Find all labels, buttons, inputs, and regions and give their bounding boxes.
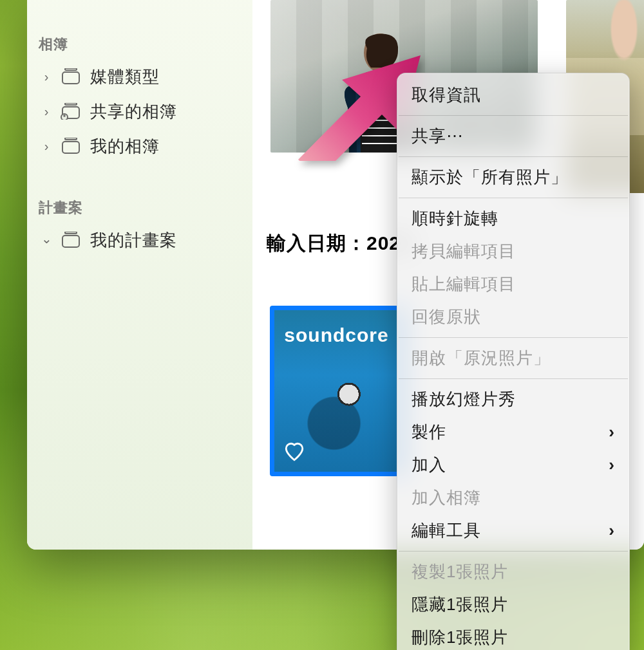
- menu-separator: [399, 337, 628, 338]
- sidebar-item-media-types[interactable]: › 媒體類型: [39, 59, 241, 94]
- sidebar-item-my-albums[interactable]: › 我的相簿: [39, 129, 241, 163]
- sidebar-item-shared-albums[interactable]: › 共享的相簿: [39, 94, 241, 129]
- menu-item-show-in-all-photos[interactable]: 顯示於「所有照片」: [397, 161, 629, 194]
- svg-rect-6: [65, 138, 77, 140]
- menu-item-rotate-clockwise[interactable]: 順時針旋轉: [397, 202, 629, 235]
- menu-item-hide-photo[interactable]: 隱藏1張照片: [397, 588, 629, 621]
- menu-item-edit-tools[interactable]: 編輯工具›: [397, 514, 629, 547]
- chevron-down-icon: ⌄: [41, 231, 52, 246]
- menu-item-create[interactable]: 製作›: [397, 416, 629, 449]
- heart-outline-icon[interactable]: [283, 441, 305, 463]
- menu-item-duplicate-photo: 複製1張照片: [397, 555, 629, 588]
- sidebar-item-label: 我的計畫案: [90, 229, 177, 252]
- svg-rect-9: [62, 236, 79, 247]
- menu-item-delete-photo[interactable]: 刪除1張照片: [397, 621, 629, 650]
- import-date-label: 輸入日期：2024: [267, 230, 412, 257]
- menu-item-share[interactable]: 共享⋯: [397, 120, 629, 153]
- chevron-right-icon: ›: [609, 422, 615, 442]
- menu-item-get-info[interactable]: 取得資訊: [397, 79, 629, 111]
- svg-point-5: [63, 115, 66, 117]
- sidebar-item-my-projects[interactable]: ⌄ 我的計畫案: [39, 223, 241, 257]
- menu-separator: [399, 156, 628, 157]
- context-menu: 取得資訊 共享⋯ 顯示於「所有照片」 順時針旋轉 拷貝編輯項目 貼上編輯項目 回…: [397, 73, 630, 650]
- svg-rect-7: [62, 142, 79, 153]
- menu-item-add-to-album: 加入相簿: [397, 481, 629, 514]
- svg-rect-2: [65, 103, 77, 105]
- menu-item-add-to[interactable]: 加入›: [397, 449, 629, 481]
- menu-item-paste-edits: 貼上編輯項目: [397, 268, 629, 301]
- menu-item-play-slideshow[interactable]: 播放幻燈片秀: [397, 383, 629, 416]
- sidebar-item-label: 媒體類型: [90, 66, 160, 88]
- sidebar-section-header-albums: 相簿: [39, 35, 241, 54]
- chevron-right-icon: ›: [41, 104, 52, 119]
- menu-separator: [399, 551, 628, 552]
- chevron-right-icon: ›: [609, 521, 615, 541]
- chevron-right-icon: ›: [41, 139, 52, 154]
- menu-item-copy-edits: 拷貝編輯項目: [397, 235, 629, 268]
- chevron-right-icon: ›: [41, 70, 52, 84]
- album-stack-icon: [61, 138, 81, 154]
- svg-rect-0: [65, 68, 77, 70]
- album-stack-icon: [61, 68, 81, 85]
- menu-item-revert: 回復原狀: [397, 301, 629, 333]
- thumbnail-text: soundcore: [274, 324, 399, 346]
- shared-album-icon: [61, 103, 81, 120]
- album-stack-icon: [61, 232, 81, 248]
- menu-separator: [399, 198, 628, 198]
- svg-rect-8: [65, 232, 77, 234]
- menu-separator: [399, 115, 628, 116]
- sidebar-section-header-projects: 計畫案: [39, 198, 241, 218]
- sidebar: 相簿 › 媒體類型 › 共享的相簿: [27, 0, 252, 550]
- menu-separator: [399, 378, 628, 379]
- sidebar-item-label: 我的相簿: [90, 135, 160, 158]
- menu-item-open-live-photo: 開啟「原況照片」: [397, 342, 629, 375]
- sidebar-item-label: 共享的相簿: [90, 100, 177, 123]
- svg-rect-1: [62, 72, 79, 84]
- chevron-right-icon: ›: [609, 455, 615, 475]
- photo-thumbnail-selected[interactable]: soundcore: [270, 306, 403, 476]
